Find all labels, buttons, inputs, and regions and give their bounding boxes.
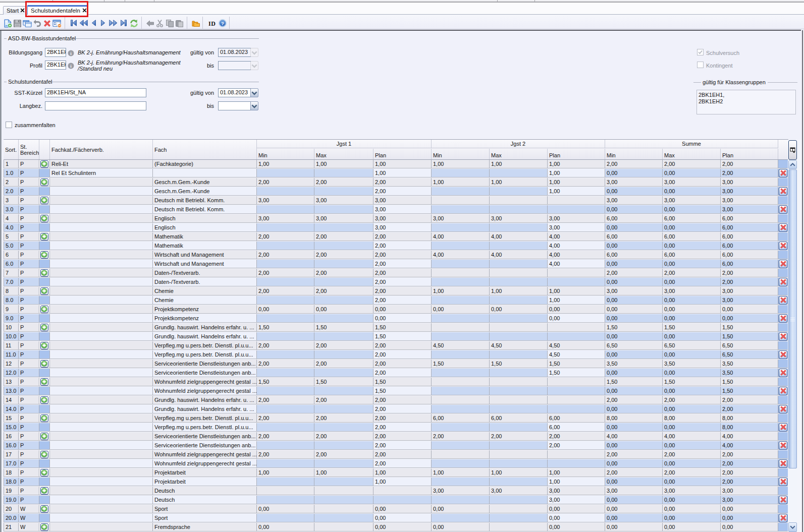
svg-text:?: ? [221, 21, 224, 26]
